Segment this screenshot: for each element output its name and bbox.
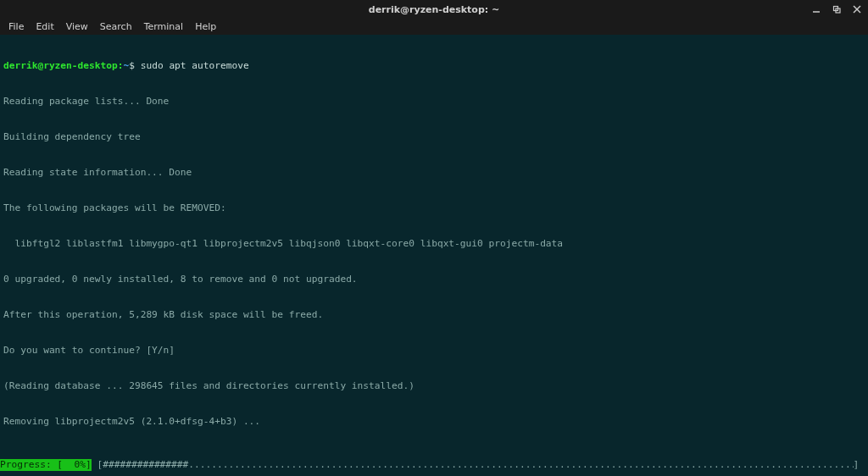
output-line: The following packages will be REMOVED: [3,202,865,214]
progress-track: [###############........................… [92,459,854,471]
progress-fill: ############### [103,459,188,470]
menu-file[interactable]: File [3,20,29,33]
output-line: Reading state information... Done [3,167,865,179]
prompt-line: derrik@ryzen-desktop:~$ sudo apt autorem… [3,60,865,72]
minimize-icon[interactable] [810,3,822,15]
command-text: sudo apt autoremove [141,60,249,71]
close-icon[interactable] [851,3,863,15]
output-line: 0 upgraded, 0 newly installed, 8 to remo… [3,274,865,285]
progress-bar: Progress: [ 0%] [###############........… [0,459,868,471]
terminal-body[interactable]: derrik@ryzen-desktop:~$ sudo apt autorem… [0,35,868,476]
output-packages: libftgl2 liblastfm1 libmygpo-qt1 libproj… [3,238,865,250]
maximize-icon[interactable] [831,3,843,15]
window-title: derrik@ryzen-desktop: ~ [369,4,499,15]
output-line: After this operation, 5,289 kB disk spac… [3,309,865,321]
menubar: File Edit View Search Terminal Help [0,19,868,35]
menu-view[interactable]: View [61,20,93,33]
prompt-symbol: $ [129,60,140,71]
terminal-window: derrik@ryzen-desktop: ~ File Edit View S… [0,0,868,476]
output-line: Removing libprojectm2v5 (2.1.0+dfsg-4+b3… [3,416,865,428]
progress-label: Progress: [ 0%] [0,459,92,471]
progress-dots: ........................................… [188,459,853,470]
prompt-user-host: derrik@ryzen-desktop [3,60,118,71]
output-line: Do you want to continue? [Y/n] [3,345,865,357]
output-line: (Reading database ... 298645 files and d… [3,380,865,392]
output-line: Reading package lists... Done [3,96,865,108]
titlebar: derrik@ryzen-desktop: ~ [0,0,868,19]
output-line: Building dependency tree [3,131,865,143]
progress-open: [ [92,459,103,470]
progress-close: ] [854,459,865,471]
menu-search[interactable]: Search [95,20,137,33]
menu-help[interactable]: Help [190,20,221,33]
window-controls [810,0,863,19]
menu-terminal[interactable]: Terminal [139,20,189,33]
menu-edit[interactable]: Edit [31,20,58,33]
